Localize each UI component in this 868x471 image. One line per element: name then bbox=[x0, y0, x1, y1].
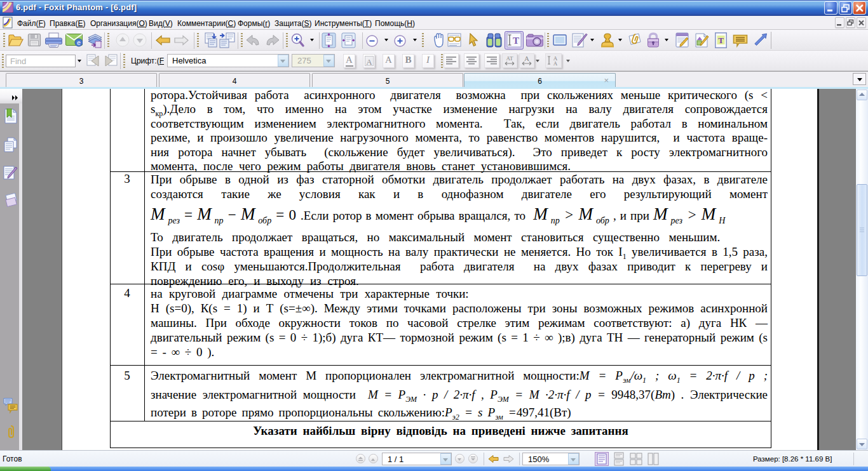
svg-text:A: A bbox=[524, 55, 529, 62]
svg-text:e: e bbox=[77, 39, 81, 46]
svg-text:T: T bbox=[513, 36, 519, 46]
svg-text:T: T bbox=[718, 36, 724, 45]
svg-text:A: A bbox=[553, 60, 558, 67]
svg-text:AT: AT bbox=[506, 55, 514, 62]
